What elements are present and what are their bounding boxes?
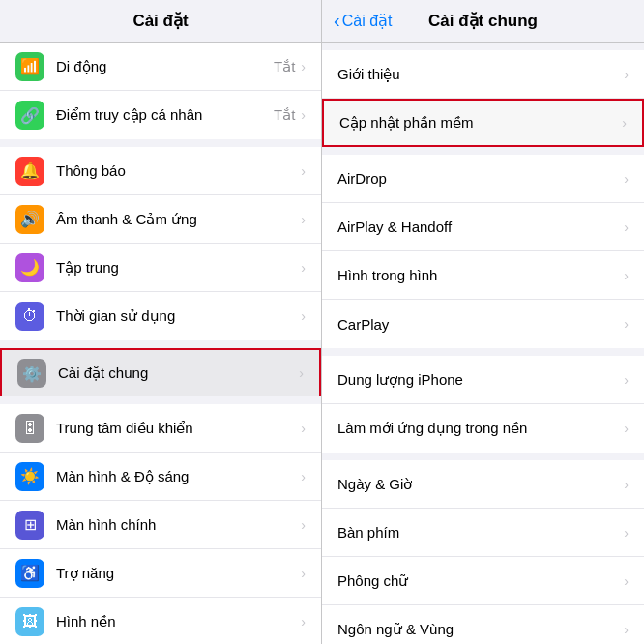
- right-chevron-icon-cap-nhat: ›: [622, 115, 627, 131]
- right-item-phong-chu[interactable]: Phông chữ›: [322, 557, 644, 605]
- left-group-0: 📶Di độngTắt›🔗Điểm truy cập cá nhânTắt›: [0, 43, 321, 139]
- chevron-icon-diem-truy-cap: ›: [301, 107, 306, 123]
- left-item-tro-nang[interactable]: ♿Trợ năng›: [0, 549, 321, 598]
- chevron-icon-di-dong: ›: [301, 59, 306, 74]
- left-group-3: 🎛Trung tâm điều khiển›☀️Màn hình & Độ sá…: [0, 404, 321, 644]
- chevron-icon-man-hinh-chinh: ›: [301, 517, 306, 533]
- right-item-carplay[interactable]: CarPlay›: [322, 300, 644, 348]
- right-chevron-icon-carplay: ›: [624, 316, 629, 332]
- right-panel: ‹ Cài đặt Cài đặt chung Giới thiệu›Cập n…: [322, 0, 644, 644]
- label-di-dong: Di động: [56, 58, 274, 75]
- chevron-icon-thong-bao: ›: [301, 163, 306, 179]
- chevron-icon-hinh-nen: ›: [301, 614, 306, 629]
- label-cai-dat-chung: Cài đặt chung: [58, 365, 299, 382]
- icon-man-hinh-chinh: ⊞: [15, 511, 44, 540]
- label-thong-bao: Thông báo: [56, 162, 301, 179]
- chevron-icon-tap-trung: ›: [301, 260, 306, 276]
- icon-tro-nang: ♿: [15, 559, 44, 588]
- left-item-trung-tam[interactable]: 🎛Trung tâm điều khiển›: [0, 404, 321, 453]
- left-item-diem-truy-cap[interactable]: 🔗Điểm truy cập cá nhânTắt›: [0, 91, 321, 139]
- right-item-gioi-thieu[interactable]: Giới thiệu›: [322, 50, 644, 99]
- back-label: Cài đặt: [342, 12, 393, 30]
- right-chevron-icon-gioi-thieu: ›: [624, 67, 629, 82]
- icon-thong-bao: 🔔: [15, 157, 44, 186]
- value-diem-truy-cap: Tắt: [274, 106, 295, 124]
- back-button[interactable]: ‹ Cài đặt: [334, 10, 392, 32]
- label-thoi-gian: Thời gian sử dụng: [56, 307, 301, 325]
- chevron-icon-man-hinh-do-sang: ›: [301, 469, 306, 484]
- right-chevron-icon-ngay-gio: ›: [624, 477, 629, 492]
- left-item-tap-trung[interactable]: 🌙Tập trung›: [0, 244, 321, 292]
- icon-di-dong: 📶: [15, 52, 44, 81]
- right-item-dung-luong[interactable]: Dung lượng iPhone›: [322, 356, 644, 404]
- label-hinh-nen: Hình nền: [56, 613, 301, 630]
- right-item-airdrop[interactable]: AirDrop›: [322, 155, 644, 203]
- left-item-thong-bao[interactable]: 🔔Thông báo›: [0, 147, 321, 195]
- left-panel: Cài đặt 📶Di độngTắt›🔗Điểm truy cập cá nh…: [0, 0, 322, 644]
- right-chevron-icon-hinh-trong-hinh: ›: [624, 268, 629, 283]
- right-chevron-icon-airdrop: ›: [624, 171, 629, 187]
- right-item-ngon-ngu[interactable]: Ngôn ngữ & Vùng›: [322, 605, 644, 644]
- left-item-cai-dat-chung[interactable]: ⚙️Cài đặt chung›: [0, 348, 321, 396]
- icon-tap-trung: 🌙: [15, 253, 44, 282]
- right-label-ngon-ngu: Ngôn ngữ & Vùng: [337, 621, 624, 638]
- left-item-thoi-gian[interactable]: ⏱Thời gian sử dụng›: [0, 292, 321, 340]
- icon-man-hinh-do-sang: ☀️: [15, 462, 44, 491]
- label-diem-truy-cap: Điểm truy cập cá nhân: [56, 106, 274, 124]
- right-item-airplay[interactable]: AirPlay & Handoff›: [322, 203, 644, 251]
- back-chevron-icon: ‹: [334, 10, 340, 32]
- right-label-gioi-thieu: Giới thiệu: [337, 66, 624, 83]
- label-tap-trung: Tập trung: [56, 259, 301, 277]
- right-settings-list: Giới thiệu›Cập nhật phần mềm›AirDrop›Air…: [322, 43, 644, 644]
- right-group-3: Ngày & Giờ›Bàn phím›Phông chữ›Ngôn ngữ &…: [322, 460, 644, 644]
- right-label-cap-nhat: Cập nhật phần mềm: [339, 114, 622, 132]
- chevron-icon-trung-tam: ›: [301, 421, 306, 436]
- right-item-cap-nhat[interactable]: Cập nhật phần mềm›: [322, 99, 644, 147]
- right-label-hinh-trong-hinh: Hình trong hình: [337, 267, 624, 283]
- right-label-ban-phim: Bàn phím: [337, 524, 624, 541]
- right-chevron-icon-phong-chu: ›: [624, 573, 629, 589]
- chevron-icon-cai-dat-chung: ›: [299, 366, 304, 381]
- right-item-hinh-trong-hinh[interactable]: Hình trong hình›: [322, 251, 644, 300]
- icon-diem-truy-cap: 🔗: [15, 101, 44, 130]
- right-chevron-icon-airplay: ›: [624, 220, 629, 235]
- icon-hinh-nen: 🖼: [15, 607, 44, 636]
- right-chevron-icon-lam-moi: ›: [624, 421, 629, 436]
- icon-cai-dat-chung: ⚙️: [17, 359, 46, 388]
- left-group-2: ⚙️Cài đặt chung›: [0, 348, 321, 396]
- left-item-am-thanh[interactable]: 🔊Âm thanh & Cảm ứng›: [0, 195, 321, 244]
- icon-thoi-gian: ⏱: [15, 302, 44, 331]
- icon-trung-tam: 🎛: [15, 414, 44, 443]
- right-label-airdrop: AirDrop: [337, 170, 624, 187]
- left-item-man-hinh-do-sang[interactable]: ☀️Màn hình & Độ sáng›: [0, 453, 321, 501]
- right-item-ban-phim[interactable]: Bàn phím›: [322, 509, 644, 557]
- right-label-lam-moi: Làm mới ứng dụng trong nền: [337, 420, 624, 437]
- left-settings-list: 📶Di độngTắt›🔗Điểm truy cập cá nhânTắt›🔔T…: [0, 43, 321, 644]
- chevron-icon-am-thanh: ›: [301, 212, 306, 227]
- left-item-hinh-nen[interactable]: 🖼Hình nền›: [0, 598, 321, 644]
- right-item-lam-moi[interactable]: Làm mới ứng dụng trong nền›: [322, 404, 644, 453]
- right-group-1: AirDrop›AirPlay & Handoff›Hình trong hìn…: [322, 155, 644, 348]
- label-tro-nang: Trợ năng: [56, 565, 301, 582]
- left-item-di-dong[interactable]: 📶Di độngTắt›: [0, 43, 321, 91]
- right-title: Cài đặt chung: [428, 11, 538, 31]
- right-chevron-icon-ngon-ngu: ›: [624, 622, 629, 637]
- value-di-dong: Tắt: [274, 58, 295, 75]
- label-trung-tam: Trung tâm điều khiển: [56, 420, 301, 437]
- right-label-carplay: CarPlay: [337, 316, 624, 333]
- left-item-man-hinh-chinh[interactable]: ⊞Màn hình chính›: [0, 501, 321, 549]
- right-item-ngay-gio[interactable]: Ngày & Giờ›: [322, 460, 644, 509]
- chevron-icon-thoi-gian: ›: [301, 308, 306, 324]
- right-label-ngay-gio: Ngày & Giờ: [337, 476, 624, 493]
- left-header: Cài đặt: [0, 0, 321, 43]
- chevron-icon-tro-nang: ›: [301, 566, 306, 581]
- right-header: ‹ Cài đặt Cài đặt chung: [322, 0, 644, 43]
- right-chevron-icon-dung-luong: ›: [624, 372, 629, 388]
- left-title: Cài đặt: [132, 11, 188, 31]
- right-label-airplay: AirPlay & Handoff: [337, 219, 624, 235]
- right-chevron-icon-ban-phim: ›: [624, 525, 629, 541]
- label-man-hinh-do-sang: Màn hình & Độ sáng: [56, 468, 301, 485]
- right-group-0: Giới thiệu›Cập nhật phần mềm›: [322, 50, 644, 147]
- icon-am-thanh: 🔊: [15, 205, 44, 234]
- right-label-phong-chu: Phông chữ: [337, 572, 624, 590]
